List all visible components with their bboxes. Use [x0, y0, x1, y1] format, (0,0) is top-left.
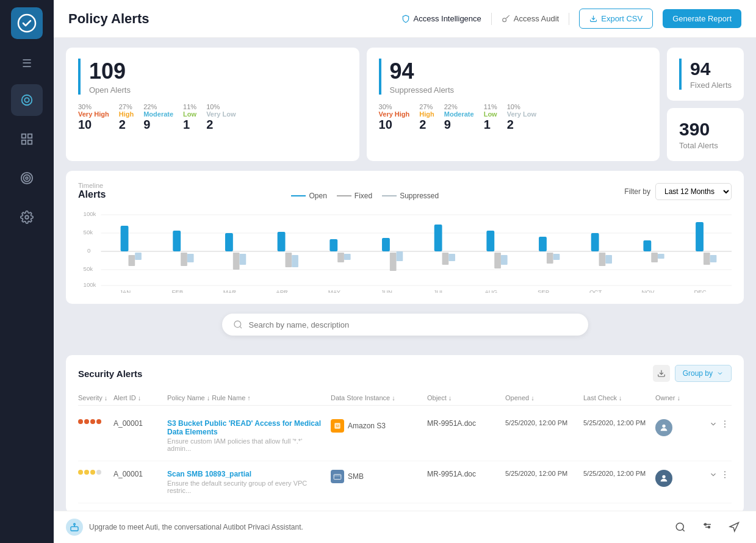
- legend-open-dot: [291, 195, 306, 196]
- svg-rect-33: [286, 253, 292, 267]
- svg-rect-34: [292, 255, 298, 267]
- sidebar: ☰: [0, 0, 54, 543]
- col-alert-id[interactable]: Alert ID ↓: [113, 394, 162, 401]
- dot-3: [90, 419, 95, 424]
- sidebar-item-settings[interactable]: [11, 201, 43, 233]
- col-data-store[interactable]: Data Store Instance ↓: [331, 394, 422, 401]
- svg-rect-56: [696, 222, 704, 251]
- open-h-name: High: [119, 110, 134, 118]
- col-severity[interactable]: Severity ↓: [78, 394, 109, 401]
- chart-area: 100k 50k 0 50k 100k: [78, 207, 732, 293]
- chevron-down-icon[interactable]: [709, 470, 718, 479]
- nav-access-intelligence[interactable]: Access Intelligence: [401, 14, 481, 23]
- svg-rect-53: [643, 240, 651, 251]
- svg-rect-29: [225, 233, 233, 251]
- app-logo[interactable]: [11, 7, 43, 39]
- svg-text:NOV: NOV: [641, 289, 655, 293]
- suppressed-alerts-label: Suppressed Alerts: [390, 85, 648, 95]
- download-icon-btn[interactable]: [653, 365, 670, 382]
- supp-vh-count: 10: [379, 118, 410, 132]
- header: Policy Alerts Access Intelligence Access…: [54, 0, 756, 38]
- download-icon: [657, 369, 666, 378]
- more-options-icon[interactable]: [720, 470, 730, 480]
- chart-title-group: Timeline Alerts: [78, 182, 106, 200]
- nav-access-audit[interactable]: Access Audit: [502, 14, 559, 23]
- group-by-button[interactable]: Group by: [675, 365, 732, 382]
- svg-point-11: [503, 18, 506, 21]
- svg-rect-26: [173, 231, 181, 251]
- chart-subtitle: Timeline: [78, 182, 106, 189]
- object-cell: MR-9951A.doc: [427, 470, 500, 478]
- svg-rect-44: [486, 231, 494, 251]
- svg-rect-25: [135, 253, 142, 260]
- search-bottom-icon[interactable]: [671, 517, 690, 537]
- group-by-label: Group by: [683, 369, 713, 378]
- avatar-icon: [659, 473, 669, 483]
- open-vh-count: 10: [78, 118, 109, 132]
- search-icon: [675, 522, 686, 533]
- svg-text:MAY: MAY: [328, 289, 340, 293]
- col-opened[interactable]: Opened ↓: [505, 394, 578, 401]
- filter-by-label: Filter by: [624, 187, 650, 196]
- navigation-icon: [729, 522, 740, 533]
- sidebar-item-dashboard[interactable]: [11, 123, 43, 155]
- generate-report-label: Generate Report: [672, 14, 732, 23]
- svg-point-78: [724, 426, 725, 428]
- last-check-cell: 5/25/2020, 12:00 PM: [583, 470, 650, 477]
- stats-row: 109 Open Alerts 30% Very High 10 27% Hig…: [66, 48, 744, 161]
- avatar-icon: [659, 423, 669, 433]
- svg-text:S3: S3: [336, 425, 339, 428]
- policy-desc-text: Ensure custom IAM policies that allow fu…: [167, 437, 326, 452]
- supp-m-count: 9: [444, 118, 474, 132]
- svg-rect-46: [501, 255, 508, 265]
- export-icon: [589, 15, 597, 23]
- legend-open: Open: [291, 192, 326, 200]
- content-area: 109 Open Alerts 30% Very High 10 27% Hig…: [54, 38, 756, 511]
- col-policy-name[interactable]: Policy Name ↓ Rule Name ↑: [167, 394, 326, 401]
- col-object[interactable]: Object ↓: [427, 394, 500, 401]
- sidebar-item-target[interactable]: [11, 162, 43, 194]
- search-input[interactable]: [249, 320, 577, 329]
- open-l-pct: 11%: [183, 103, 196, 110]
- right-stats: 94 Fixed Alerts 390 Total Alerts: [667, 48, 744, 161]
- search-icon: [233, 320, 243, 329]
- svg-point-75: [662, 425, 665, 428]
- col-last-check[interactable]: Last Check ↓: [583, 394, 650, 401]
- policy-name-text[interactable]: S3 Bucket Public 'READ' Access for Medic…: [167, 419, 326, 436]
- sidebar-item-policy[interactable]: [11, 84, 43, 116]
- policy-name-text[interactable]: Scan SMB 10893_partial: [167, 470, 326, 478]
- chevron-down-icon[interactable]: [709, 420, 718, 428]
- svg-rect-54: [651, 253, 658, 262]
- policy-cell: S3 Bucket Public 'READ' Access for Medic…: [167, 419, 326, 452]
- svg-rect-45: [494, 253, 501, 268]
- nav-audit-label: Access Audit: [514, 14, 559, 23]
- total-label: Total Alerts: [679, 141, 732, 150]
- dot-4: [96, 470, 101, 475]
- svg-rect-27: [181, 253, 187, 266]
- open-alerts-card: 109 Open Alerts 30% Very High 10 27% Hig…: [66, 48, 359, 161]
- svg-rect-30: [233, 253, 240, 270]
- export-csv-button[interactable]: Export CSV: [579, 9, 653, 29]
- svg-rect-52: [605, 255, 612, 264]
- svg-text:JUL: JUL: [434, 289, 444, 293]
- col-owner[interactable]: Owner ↓: [655, 394, 704, 401]
- open-vl-pct: 10%: [206, 103, 236, 110]
- open-alerts-label: Open Alerts: [89, 85, 347, 95]
- svg-text:APR: APR: [276, 289, 288, 293]
- svg-text:DEC: DEC: [694, 289, 707, 293]
- menu-icon[interactable]: ☰: [15, 51, 39, 76]
- smb-icon-img: [333, 472, 342, 481]
- filter-bottom-icon[interactable]: [697, 517, 717, 537]
- generate-report-button[interactable]: Generate Report: [663, 9, 741, 28]
- svg-rect-50: [591, 233, 599, 251]
- amazon-s3-icon: S3: [333, 422, 342, 430]
- page-title: Policy Alerts: [68, 11, 149, 27]
- svg-rect-38: [382, 238, 390, 251]
- navigate-bottom-icon[interactable]: [724, 517, 744, 537]
- svg-point-1: [22, 95, 32, 106]
- table-header-row: Security Alerts Group by: [78, 365, 732, 382]
- svg-point-83: [724, 477, 725, 478]
- chart-filter-select[interactable]: Last 12 Months Last 6 Months Last 3 Mont…: [655, 183, 732, 200]
- more-options-icon[interactable]: [720, 419, 730, 429]
- supp-moderate: 22% Moderate 9: [444, 103, 474, 132]
